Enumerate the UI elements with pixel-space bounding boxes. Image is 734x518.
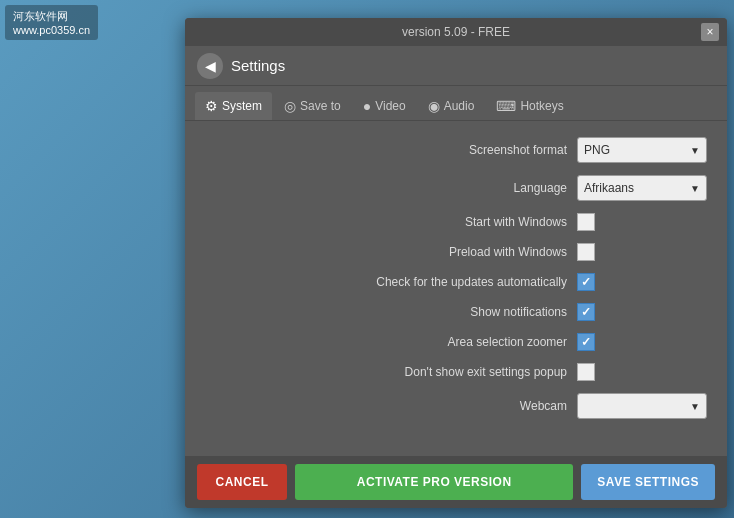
settings-content: Screenshot format PNG ▼ Language Afrikaa… bbox=[185, 121, 727, 456]
screenshot-format-control: PNG ▼ bbox=[577, 137, 707, 163]
screenshot-format-dropdown[interactable]: PNG ▼ bbox=[577, 137, 707, 163]
tab-audio-label: Audio bbox=[444, 99, 475, 113]
dont-show-exit-checkbox[interactable] bbox=[577, 363, 595, 381]
preload-windows-label: Preload with Windows bbox=[205, 245, 567, 259]
preload-windows-checkbox[interactable] bbox=[577, 243, 595, 261]
screenshot-format-label: Screenshot format bbox=[205, 143, 567, 157]
show-notifications-row: Show notifications bbox=[205, 303, 707, 321]
area-zoomer-control bbox=[577, 333, 707, 351]
tab-saveto[interactable]: ◎ Save to bbox=[274, 92, 351, 120]
language-arrow: ▼ bbox=[690, 183, 700, 194]
watermark-line1: 河东软件网 bbox=[13, 9, 90, 24]
webcam-label: Webcam bbox=[205, 399, 567, 413]
back-button[interactable]: ◀ bbox=[197, 53, 223, 79]
tab-audio[interactable]: ◉ Audio bbox=[418, 92, 485, 120]
area-zoomer-checkbox[interactable] bbox=[577, 333, 595, 351]
tab-video[interactable]: ● Video bbox=[353, 92, 416, 120]
tab-hotkeys-label: Hotkeys bbox=[520, 99, 563, 113]
title-bar: version 5.09 - FREE × bbox=[185, 18, 727, 46]
webcam-arrow: ▼ bbox=[690, 401, 700, 412]
tab-video-label: Video bbox=[375, 99, 405, 113]
version-text: version 5.09 - FREE bbox=[402, 25, 510, 39]
watermark: 河东软件网 www.pc0359.cn bbox=[5, 5, 98, 40]
dialog-title: Settings bbox=[231, 57, 285, 74]
start-windows-checkbox[interactable] bbox=[577, 213, 595, 231]
check-updates-control bbox=[577, 273, 707, 291]
screenshot-format-value: PNG bbox=[584, 143, 610, 157]
area-zoomer-label: Area selection zoomer bbox=[205, 335, 567, 349]
saveto-icon: ◎ bbox=[284, 98, 296, 114]
start-windows-control bbox=[577, 213, 707, 231]
cancel-button[interactable]: CANCEL bbox=[197, 464, 287, 500]
preload-windows-row: Preload with Windows bbox=[205, 243, 707, 261]
screenshot-format-arrow: ▼ bbox=[690, 145, 700, 156]
screenshot-format-row: Screenshot format PNG ▼ bbox=[205, 137, 707, 163]
hotkeys-icon: ⌨ bbox=[496, 98, 516, 114]
audio-icon: ◉ bbox=[428, 98, 440, 114]
show-notifications-label: Show notifications bbox=[205, 305, 567, 319]
show-notifications-control bbox=[577, 303, 707, 321]
dont-show-exit-row: Don't show exit settings popup bbox=[205, 363, 707, 381]
system-icon: ⚙ bbox=[205, 98, 218, 114]
webcam-row: Webcam ▼ bbox=[205, 393, 707, 419]
area-zoomer-row: Area selection zoomer bbox=[205, 333, 707, 351]
tabs-bar: ⚙ System ◎ Save to ● Video ◉ Audio ⌨ Hot… bbox=[185, 86, 727, 121]
tab-system[interactable]: ⚙ System bbox=[195, 92, 272, 120]
webcam-control: ▼ bbox=[577, 393, 707, 419]
show-notifications-checkbox[interactable] bbox=[577, 303, 595, 321]
language-row: Language Afrikaans ▼ bbox=[205, 175, 707, 201]
check-updates-row: Check for the updates automatically bbox=[205, 273, 707, 291]
language-value: Afrikaans bbox=[584, 181, 634, 195]
check-updates-checkbox[interactable] bbox=[577, 273, 595, 291]
dont-show-exit-label: Don't show exit settings popup bbox=[205, 365, 567, 379]
dialog-header: ◀ Settings bbox=[185, 46, 727, 86]
tab-system-label: System bbox=[222, 99, 262, 113]
language-label: Language bbox=[205, 181, 567, 195]
video-icon: ● bbox=[363, 98, 371, 114]
start-windows-row: Start with Windows bbox=[205, 213, 707, 231]
webcam-dropdown[interactable]: ▼ bbox=[577, 393, 707, 419]
activate-button[interactable]: ACTIVATE PRO VERSION bbox=[295, 464, 573, 500]
dont-show-exit-control bbox=[577, 363, 707, 381]
language-control: Afrikaans ▼ bbox=[577, 175, 707, 201]
start-windows-label: Start with Windows bbox=[205, 215, 567, 229]
footer: CANCEL ACTIVATE PRO VERSION SAVE SETTING… bbox=[185, 456, 727, 508]
close-button[interactable]: × bbox=[701, 23, 719, 41]
tab-saveto-label: Save to bbox=[300, 99, 341, 113]
language-dropdown[interactable]: Afrikaans ▼ bbox=[577, 175, 707, 201]
preload-windows-control bbox=[577, 243, 707, 261]
watermark-line2: www.pc0359.cn bbox=[13, 24, 90, 36]
settings-dialog: version 5.09 - FREE × ◀ Settings ⚙ Syste… bbox=[185, 18, 727, 508]
check-updates-label: Check for the updates automatically bbox=[205, 275, 567, 289]
tab-hotkeys[interactable]: ⌨ Hotkeys bbox=[486, 92, 573, 120]
save-settings-button[interactable]: SAVE SETTINGS bbox=[581, 464, 715, 500]
